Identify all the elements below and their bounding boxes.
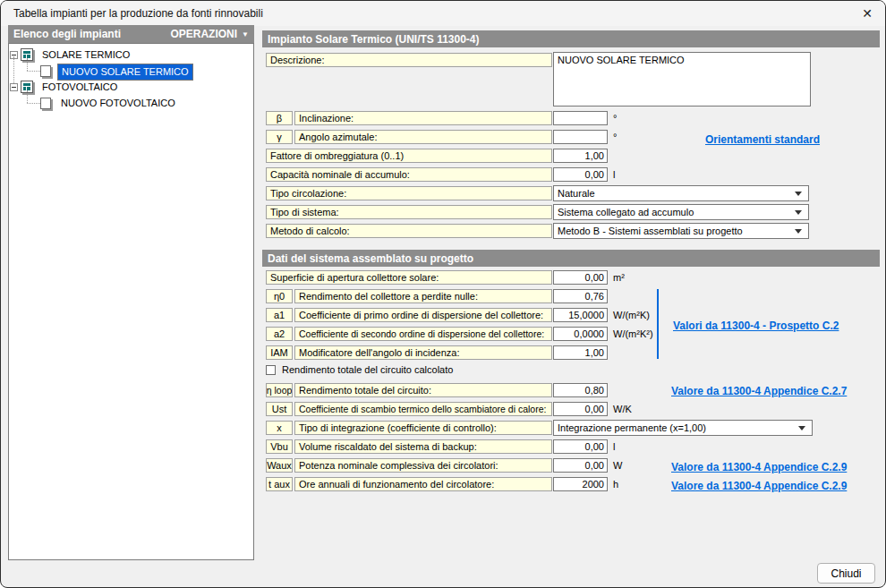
row-input[interactable]: 0,0000 bbox=[553, 327, 608, 341]
minus-icon bbox=[12, 87, 16, 88]
row-label: Potenza nominale complessiva dei circola… bbox=[294, 458, 552, 473]
tree-item-label-selected: NUOVO SOLARE TERMICO bbox=[57, 64, 193, 81]
row-select[interactable]: Metodo B - Sistemi assemblati su progett… bbox=[553, 223, 809, 239]
circuit-calc-checkbox-label: Rendimento totale del circuito calcolato bbox=[282, 364, 453, 375]
row-input[interactable]: 0,00 bbox=[553, 270, 608, 285]
row-unit: W/(m²K) bbox=[613, 310, 650, 320]
description-textarea[interactable]: NUOVO SOLARE TERMICO bbox=[553, 52, 811, 107]
row-input[interactable] bbox=[553, 130, 608, 144]
chevron-down-icon bbox=[798, 426, 805, 430]
row-label: Modificatore dell'angolo di incidenza: bbox=[294, 345, 552, 360]
row-label: Rendimento del collettore a perdite null… bbox=[294, 289, 552, 303]
row-symbol: IAM bbox=[266, 345, 293, 360]
tree-connector bbox=[27, 71, 40, 72]
row-label: Tipo circolazione: bbox=[266, 186, 552, 200]
row-label: Superficie di apertura collettore solare… bbox=[266, 270, 552, 285]
row-select[interactable]: Integrazione permanente (x=1,00) bbox=[553, 420, 813, 436]
row-input[interactable]: 0,00 bbox=[553, 402, 608, 416]
row-label: Coefficiente di scambio termico dello sc… bbox=[294, 402, 552, 416]
row-symbol: Ust bbox=[266, 402, 293, 416]
row-unit: l bbox=[613, 441, 615, 452]
row-symbol: Vbu bbox=[266, 439, 293, 454]
section-header: Dati del sistema assemblato su progetto bbox=[262, 250, 880, 267]
icon-glyph bbox=[23, 87, 26, 90]
close-icon[interactable]: ✕ bbox=[860, 6, 874, 21]
row-unit: l bbox=[613, 169, 615, 180]
left-panel-header: Elenco degli impianti OPERAZIONI ▼ bbox=[8, 25, 254, 43]
icon-glyph bbox=[23, 83, 30, 86]
row-label: Fattore di ombreggiatura (0..1) bbox=[266, 149, 552, 163]
row-unit: ° bbox=[613, 113, 617, 124]
chevron-down-icon: ▼ bbox=[242, 30, 249, 38]
operations-label: OPERAZIONI bbox=[170, 28, 237, 40]
row-symbol: η0 bbox=[266, 289, 293, 303]
appendice-c29-taux-link[interactable]: Valore da 11300-4 Appendice C.2.9 bbox=[671, 480, 847, 492]
row-unit: W/(m²K²) bbox=[613, 328, 653, 339]
window-title: Tabella impianti per la produzione da fo… bbox=[13, 7, 263, 20]
row-input[interactable]: 1,00 bbox=[553, 345, 608, 360]
tree-item-label: SOLARE TERMICO bbox=[38, 47, 133, 63]
tree-expander-icon[interactable] bbox=[10, 83, 18, 91]
appendice-c29-waux-link[interactable]: Valore da 11300-4 Appendice C.2.9 bbox=[671, 461, 847, 473]
row-label: Ore annuali di funzionamento del circola… bbox=[294, 477, 552, 491]
left-panel-title: Elenco degli impianti bbox=[13, 28, 121, 40]
row-label: Volume riscaldato del sistema di backup: bbox=[294, 439, 552, 454]
tree-item[interactable]: NUOVO FOTOVOLTAICO bbox=[9, 96, 253, 111]
row-input[interactable]: 0,00 bbox=[553, 458, 608, 473]
row-label: Inclinazione: bbox=[294, 111, 552, 125]
bracket-line bbox=[657, 289, 659, 359]
row-symbol: γ bbox=[266, 130, 293, 144]
row-input[interactable]: 15,0000 bbox=[553, 308, 608, 322]
tree-item-label: FOTOVOLTAICO bbox=[38, 80, 121, 95]
tree-connector bbox=[27, 103, 40, 104]
operations-menu[interactable]: OPERAZIONI ▼ bbox=[170, 25, 249, 43]
row-label: Angolo azimutale: bbox=[294, 130, 552, 144]
tree-item-label: NUOVO FOTOVOLTAICO bbox=[57, 96, 179, 111]
panel-header: Impianto Solare Termico (UNI/TS 11300-4) bbox=[262, 30, 880, 47]
tree-item[interactable]: SOLARE TERMICO bbox=[9, 47, 253, 63]
row-unit: W bbox=[613, 460, 622, 471]
row-symbol: η loop bbox=[266, 383, 293, 397]
row-input[interactable]: 1,00 bbox=[553, 149, 608, 163]
tree-item[interactable]: NUOVO SOLARE TERMICO bbox=[9, 64, 253, 79]
row-select[interactable]: Sistema collegato ad accumulo bbox=[553, 204, 809, 220]
select-value: Sistema collegato ad accumulo bbox=[558, 207, 694, 217]
select-value: Metodo B - Sistemi assemblati su progett… bbox=[558, 226, 743, 236]
row-unit: h bbox=[613, 479, 618, 490]
icon-glyph bbox=[23, 55, 26, 58]
row-symbol: a1 bbox=[266, 308, 293, 322]
row-label: Coefficiente di secondo ordine di disper… bbox=[294, 327, 552, 341]
tree-item[interactable]: FOTOVOLTAICO bbox=[9, 80, 253, 95]
minus-icon bbox=[12, 55, 16, 55]
description-label: Descrizione: bbox=[266, 53, 552, 67]
row-label: Tipo di sistema: bbox=[266, 205, 552, 219]
row-unit: ° bbox=[613, 132, 617, 142]
close-button[interactable]: Chiudi bbox=[817, 563, 875, 584]
row-input[interactable]: 0,00 bbox=[553, 439, 608, 454]
row-symbol: t aux bbox=[266, 477, 293, 491]
row-symbol: x bbox=[266, 421, 293, 435]
row-label: Rendimento totale del circuito: bbox=[294, 383, 552, 397]
row-select[interactable]: Naturale bbox=[553, 185, 809, 201]
tree-branch-line bbox=[27, 58, 28, 71]
row-input[interactable]: 0,80 bbox=[553, 383, 608, 397]
chevron-down-icon bbox=[795, 192, 802, 196]
plant-item-icon bbox=[40, 65, 51, 77]
row-input[interactable]: 2000 bbox=[553, 477, 608, 491]
select-value: Naturale bbox=[558, 188, 595, 199]
row-input[interactable]: 0,76 bbox=[553, 289, 608, 303]
prospetto-link[interactable]: Valori da 11300-4 - Prospetto C.2 bbox=[673, 320, 839, 332]
circuit-calc-checkbox[interactable] bbox=[266, 365, 276, 375]
icon-glyph bbox=[23, 51, 30, 54]
row-unit: W/K bbox=[613, 404, 632, 414]
row-symbol: β bbox=[266, 111, 293, 125]
row-input[interactable]: 0,00 bbox=[553, 167, 608, 182]
row-label: Metodo di calcolo: bbox=[266, 224, 552, 238]
appendice-c27-link[interactable]: Valore da 11300-4 Appendice C.2.7 bbox=[671, 385, 847, 397]
row-label: Tipo di integrazione (coefficiente di co… bbox=[294, 421, 552, 435]
row-symbol: Waux bbox=[266, 458, 293, 473]
orientamenti-link[interactable]: Orientamenti standard bbox=[705, 133, 820, 146]
title-bar: Tabella impianti per la produzione da fo… bbox=[1, 1, 885, 26]
row-input[interactable] bbox=[553, 111, 608, 125]
chevron-down-icon bbox=[795, 229, 802, 234]
